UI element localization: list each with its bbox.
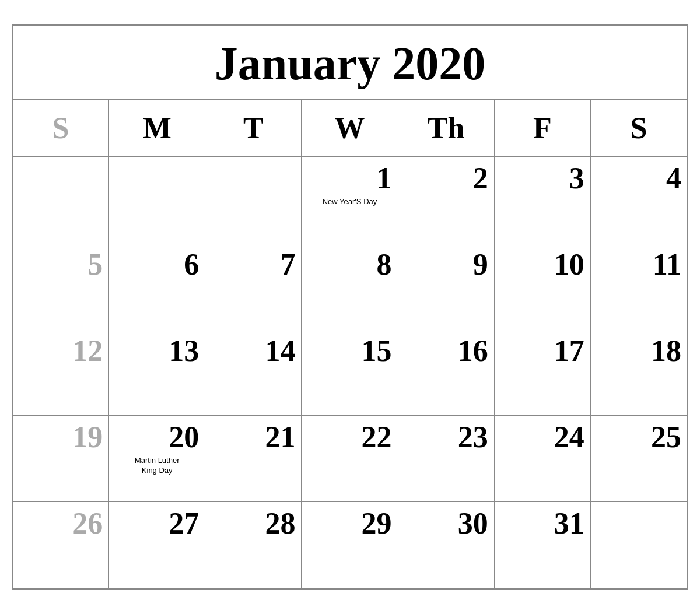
header-saturday: S bbox=[591, 100, 687, 157]
day-cell-24: 24 bbox=[495, 416, 591, 502]
day-cell-30: 30 bbox=[398, 502, 495, 588]
day-number: 21 bbox=[211, 420, 295, 454]
day-cell-27: 27 bbox=[109, 502, 205, 588]
day-number: 29 bbox=[307, 507, 391, 540]
header-tuesday: T bbox=[205, 100, 302, 157]
day-cell-11: 11 bbox=[591, 243, 687, 329]
calendar: January 2020 S M T W Th F S 1 New Year'S… bbox=[12, 24, 688, 590]
day-number: 17 bbox=[501, 334, 584, 367]
day-cell-25: 25 bbox=[591, 416, 687, 502]
day-cell-17: 17 bbox=[495, 329, 591, 416]
day-cell-28: 28 bbox=[205, 502, 302, 588]
day-number: 22 bbox=[307, 420, 391, 454]
day-cell-6: 6 bbox=[109, 243, 205, 329]
day-cell-4: 4 bbox=[591, 157, 687, 243]
day-number: 11 bbox=[597, 248, 681, 281]
day-number: 30 bbox=[404, 507, 488, 540]
day-cell-15: 15 bbox=[302, 329, 398, 416]
day-cell-31: 31 bbox=[495, 502, 591, 588]
day-number: 2 bbox=[404, 162, 488, 195]
day-cell-29: 29 bbox=[302, 502, 398, 588]
day-cell-7: 7 bbox=[205, 243, 302, 329]
day-number: 19 bbox=[19, 420, 103, 454]
day-number: 15 bbox=[307, 334, 391, 367]
day-cell-18: 18 bbox=[591, 329, 687, 416]
day-number: 4 bbox=[597, 162, 681, 195]
day-number: 23 bbox=[404, 420, 488, 454]
day-cell-22: 22 bbox=[302, 416, 398, 502]
day-number: 18 bbox=[597, 334, 681, 367]
day-cell-23: 23 bbox=[398, 416, 495, 502]
day-number: 3 bbox=[501, 162, 584, 195]
day-number: 10 bbox=[501, 248, 584, 281]
header-wednesday: W bbox=[302, 100, 398, 157]
day-cell-20: 20 Martin LutherKing Day bbox=[109, 416, 205, 502]
day-number: 7 bbox=[211, 248, 295, 281]
holiday-mlk: Martin LutherKing Day bbox=[115, 456, 199, 476]
day-cell-19: 19 bbox=[13, 416, 109, 502]
day-number: 14 bbox=[211, 334, 295, 367]
day-cell-16: 16 bbox=[398, 329, 495, 416]
day-number: 1 bbox=[307, 162, 391, 195]
day-cell-21: 21 bbox=[205, 416, 302, 502]
day-number: 12 bbox=[19, 334, 103, 367]
header-monday: M bbox=[109, 100, 205, 157]
day-cell-2: 2 bbox=[398, 157, 495, 243]
day-number: 20 bbox=[115, 420, 199, 454]
day-cell-empty-2 bbox=[109, 157, 205, 243]
day-cell-5: 5 bbox=[13, 243, 109, 329]
day-number: 5 bbox=[19, 248, 103, 281]
holiday-new-year: New Year'S Day bbox=[307, 197, 391, 207]
day-number: 16 bbox=[404, 334, 488, 367]
day-cell-8: 8 bbox=[302, 243, 398, 329]
day-cell-14: 14 bbox=[205, 329, 302, 416]
day-number: 9 bbox=[404, 248, 488, 281]
calendar-title: January 2020 bbox=[13, 26, 687, 100]
day-cell-empty-1 bbox=[13, 157, 109, 243]
day-cell-12: 12 bbox=[13, 329, 109, 416]
header-thursday: Th bbox=[398, 100, 495, 157]
day-cell-3: 3 bbox=[495, 157, 591, 243]
header-sunday: S bbox=[13, 100, 109, 157]
day-cell-empty-3 bbox=[205, 157, 302, 243]
day-number: 31 bbox=[501, 507, 584, 540]
day-cell-26: 26 bbox=[13, 502, 109, 588]
day-number: 8 bbox=[307, 248, 391, 281]
header-friday: F bbox=[495, 100, 591, 157]
day-number: 25 bbox=[597, 420, 681, 454]
day-cell-1: 1 New Year'S Day bbox=[302, 157, 398, 243]
day-number: 26 bbox=[19, 507, 103, 540]
day-number: 6 bbox=[115, 248, 199, 281]
day-cell-10: 10 bbox=[495, 243, 591, 329]
day-number: 13 bbox=[115, 334, 199, 367]
calendar-grid: S M T W Th F S 1 New Year'S Day 2 3 4 5 … bbox=[13, 100, 687, 588]
day-number: 27 bbox=[115, 507, 199, 540]
day-number: 28 bbox=[211, 507, 295, 540]
day-cell-13: 13 bbox=[109, 329, 205, 416]
day-number: 24 bbox=[501, 420, 584, 454]
day-cell-empty-end bbox=[591, 502, 687, 588]
day-cell-9: 9 bbox=[398, 243, 495, 329]
